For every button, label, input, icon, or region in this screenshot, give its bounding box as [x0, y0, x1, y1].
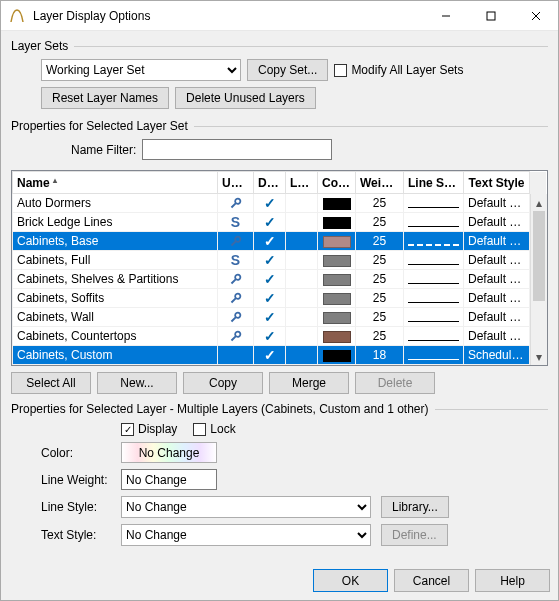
cell-disp[interactable]: ✓ — [254, 194, 286, 213]
line-dashed-icon — [408, 244, 459, 246]
cell-color[interactable] — [318, 270, 356, 289]
col-color[interactable]: Color — [318, 172, 356, 194]
cell-disp[interactable]: ✓ — [254, 308, 286, 327]
cell-linestyle[interactable] — [404, 213, 464, 232]
cell-disp[interactable]: ✓ — [254, 327, 286, 346]
scroll-thumb[interactable] — [533, 211, 545, 301]
cell-linestyle[interactable] — [404, 232, 464, 251]
cell-color[interactable] — [318, 308, 356, 327]
cell-linestyle[interactable] — [404, 327, 464, 346]
cell-textstyle: Default Te... — [464, 270, 530, 289]
cell-color[interactable] — [318, 194, 356, 213]
merge-button[interactable]: Merge — [269, 372, 349, 394]
cell-color[interactable] — [318, 289, 356, 308]
cell-linestyle[interactable] — [404, 346, 464, 365]
cell-disp[interactable]: ✓ — [254, 251, 286, 270]
table-row[interactable]: Cabinets, Soffits✓25Default Te... — [13, 289, 547, 308]
cell-used — [218, 194, 254, 213]
cell-used — [218, 308, 254, 327]
cell-name: Cabinets, Custom — [13, 346, 218, 365]
linestyle-select[interactable]: No Change — [121, 496, 371, 518]
textstyle-select[interactable]: No Change — [121, 524, 371, 546]
layerprops-caption: Properties for Selected Layer - Multiple… — [11, 402, 429, 416]
scroll-up-icon[interactable]: ▴ — [531, 194, 547, 211]
cell-name: Cabinets, Base — [13, 232, 218, 251]
copy-layer-button[interactable]: Copy — [183, 372, 263, 394]
cell-lock[interactable] — [286, 194, 318, 213]
table-row[interactable]: Brick Ledge LinesS✓25Default Te... — [13, 213, 547, 232]
cell-lock[interactable] — [286, 213, 318, 232]
window-title: Layer Display Options — [33, 9, 423, 23]
ok-button[interactable]: OK — [313, 569, 388, 592]
col-weight[interactable]: Weight — [356, 172, 404, 194]
cell-lock[interactable] — [286, 327, 318, 346]
line-solid-icon — [408, 321, 459, 322]
cell-color[interactable] — [318, 346, 356, 365]
cell-disp[interactable]: ✓ — [254, 270, 286, 289]
layerset-select[interactable]: Working Layer Set — [41, 59, 241, 81]
cell-used: S — [218, 213, 254, 232]
select-all-button[interactable]: Select All — [11, 372, 91, 394]
color-button[interactable]: No Change — [121, 442, 217, 463]
new-layer-button[interactable]: New... — [97, 372, 177, 394]
table-row[interactable]: Cabinets, FullS✓25Default Te... — [13, 251, 547, 270]
cell-lock[interactable] — [286, 346, 318, 365]
cell-lock[interactable] — [286, 251, 318, 270]
cell-disp[interactable]: ✓ — [254, 289, 286, 308]
cell-linestyle[interactable] — [404, 289, 464, 308]
col-disp[interactable]: Disp — [254, 172, 286, 194]
table-row[interactable]: Cabinets, Custom✓18Schedule ... — [13, 346, 547, 365]
cell-weight: 25 — [356, 289, 404, 308]
table-row[interactable]: Cabinets, Base✓25Default Te... — [13, 232, 547, 251]
table-row[interactable]: Cabinets, Shelves & Partitions✓25Default… — [13, 270, 547, 289]
cell-lock[interactable] — [286, 232, 318, 251]
cell-linestyle[interactable] — [404, 270, 464, 289]
cell-color[interactable] — [318, 213, 356, 232]
cell-lock[interactable] — [286, 289, 318, 308]
lock-checkbox[interactable]: Lock — [193, 422, 235, 436]
cancel-button[interactable]: Cancel — [394, 569, 469, 592]
textstyle-label: Text Style: — [41, 528, 121, 542]
cell-disp[interactable]: ✓ — [254, 213, 286, 232]
modify-all-checkbox[interactable]: Modify All Layer Sets — [334, 63, 463, 77]
cell-linestyle[interactable] — [404, 194, 464, 213]
cell-color[interactable] — [318, 251, 356, 270]
copy-set-button[interactable]: Copy Set... — [247, 59, 328, 81]
cell-name: Cabinets, Countertops — [13, 327, 218, 346]
col-name[interactable]: Name▴ — [13, 172, 218, 194]
cell-used: S — [218, 251, 254, 270]
col-used[interactable]: Used — [218, 172, 254, 194]
cell-linestyle[interactable] — [404, 308, 464, 327]
maximize-button[interactable] — [468, 1, 513, 31]
line-solid-icon — [408, 207, 459, 208]
col-textstyle[interactable]: Text Style — [464, 172, 530, 194]
cell-lock[interactable] — [286, 308, 318, 327]
scroll-down-icon[interactable]: ▾ — [531, 348, 547, 365]
table-row[interactable]: Cabinets, Countertops✓25Default Te... — [13, 327, 547, 346]
col-lock[interactable]: Lock — [286, 172, 318, 194]
col-linestyle[interactable]: Line Style — [404, 172, 464, 194]
cell-lock[interactable] — [286, 270, 318, 289]
check-icon: ✓ — [264, 214, 276, 230]
reset-layer-names-button[interactable]: Reset Layer Names — [41, 87, 169, 109]
close-button[interactable] — [513, 1, 558, 31]
line-solid-icon — [408, 283, 459, 284]
minimize-button[interactable] — [423, 1, 468, 31]
selectedset-caption: Properties for Selected Layer Set — [11, 119, 188, 133]
wrench-icon — [229, 196, 243, 210]
cell-color[interactable] — [318, 327, 356, 346]
delete-unused-layers-button[interactable]: Delete Unused Layers — [175, 87, 316, 109]
table-row[interactable]: Cabinets, Wall✓25Default Te... — [13, 308, 547, 327]
namefilter-input[interactable] — [142, 139, 332, 160]
lineweight-input[interactable] — [121, 469, 217, 490]
display-checkbox[interactable]: ✓Display — [121, 422, 177, 436]
library-button[interactable]: Library... — [381, 496, 449, 518]
help-button[interactable]: Help — [475, 569, 550, 592]
cell-color[interactable] — [318, 232, 356, 251]
grid-scrollbar[interactable]: ▴ ▾ — [530, 194, 547, 365]
table-row[interactable]: Auto Dormers✓25Default Te... — [13, 194, 547, 213]
cell-disp[interactable]: ✓ — [254, 232, 286, 251]
cell-disp[interactable]: ✓ — [254, 346, 286, 365]
layer-grid[interactable]: Name▴ Used Disp Lock Color Weight Line S… — [11, 170, 548, 366]
cell-linestyle[interactable] — [404, 251, 464, 270]
